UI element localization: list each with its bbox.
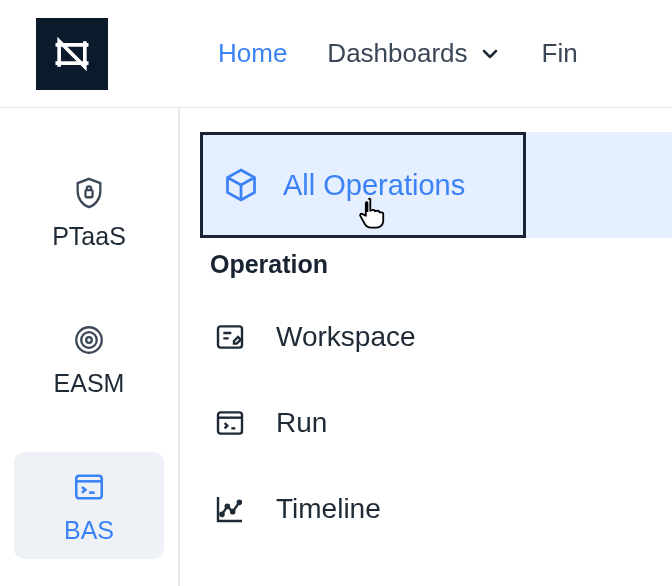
all-operations-label: All Operations xyxy=(283,169,465,202)
submenu-label: Run xyxy=(276,407,327,439)
submenu: Workspace Run xyxy=(200,321,652,525)
chevron-down-icon xyxy=(478,42,502,66)
chart-line-icon xyxy=(214,493,246,525)
section-heading: Operation xyxy=(210,250,652,279)
svg-point-9 xyxy=(231,510,234,513)
nav-fin-label: Fin xyxy=(542,38,578,69)
run-icon xyxy=(214,407,246,439)
sidebar-item-bas[interactable]: BAS xyxy=(14,452,164,559)
svg-point-2 xyxy=(81,332,97,348)
edit-note-icon xyxy=(214,321,246,353)
svg-point-7 xyxy=(220,513,223,516)
app-logo[interactable] xyxy=(36,18,108,90)
submenu-workspace[interactable]: Workspace xyxy=(214,321,652,353)
shield-lock-icon xyxy=(72,176,106,210)
svg-point-8 xyxy=(226,505,229,508)
sidebar-item-ptaas[interactable]: PTaaS xyxy=(14,158,164,265)
app-header: Home Dashboards Fin xyxy=(0,0,672,108)
all-operations-button[interactable]: All Operations xyxy=(200,132,526,238)
submenu-label: Timeline xyxy=(276,493,381,525)
nav-fin[interactable]: Fin xyxy=(542,38,578,69)
top-nav: Home Dashboards Fin xyxy=(218,38,578,69)
svg-rect-4 xyxy=(76,476,102,499)
nav-dashboards-label: Dashboards xyxy=(327,38,467,69)
all-operations-bg xyxy=(526,132,672,238)
nav-dashboards[interactable]: Dashboards xyxy=(327,38,501,69)
target-icon xyxy=(72,323,106,357)
cube-icon xyxy=(223,167,259,203)
sidebar: PTaaS EASM BAS xyxy=(0,108,180,586)
nav-home-label: Home xyxy=(218,38,287,69)
sidebar-item-label: BAS xyxy=(64,516,114,545)
submenu-run[interactable]: Run xyxy=(214,407,652,439)
submenu-label: Workspace xyxy=(276,321,416,353)
svg-rect-0 xyxy=(85,190,92,197)
svg-point-3 xyxy=(86,337,92,343)
submenu-timeline[interactable]: Timeline xyxy=(214,493,652,525)
nav-home[interactable]: Home xyxy=(218,38,287,69)
svg-rect-6 xyxy=(218,412,242,433)
sidebar-item-label: PTaaS xyxy=(52,222,126,251)
sidebar-item-label: EASM xyxy=(54,369,125,398)
svg-point-10 xyxy=(238,501,241,504)
terminal-icon xyxy=(72,470,106,504)
sidebar-item-easm[interactable]: EASM xyxy=(14,305,164,412)
main-panel: All Operations Operation Workspace xyxy=(180,108,672,586)
